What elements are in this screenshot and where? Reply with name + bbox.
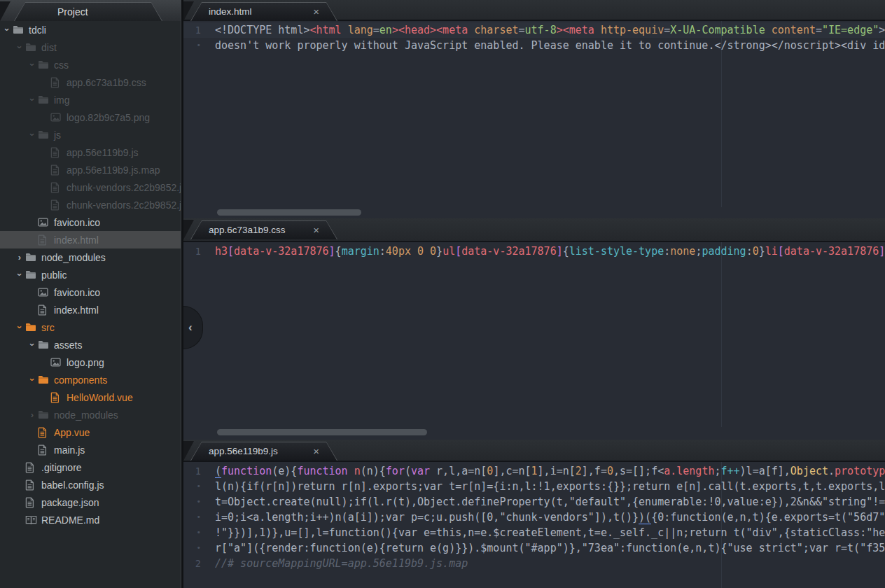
- code-token: t=Object.create(null);if(l.r(t),Object.d…: [215, 496, 885, 508]
- close-icon[interactable]: ×: [313, 6, 319, 17]
- tree-item-favicon.ico[interactable]: favicon.ico: [0, 284, 181, 301]
- code-token: [: [778, 245, 784, 258]
- code-token: =: [373, 24, 379, 36]
- code-line[interactable]: 2//# sourceMappingURL=app.56e119b9.js.ma…: [183, 556, 885, 571]
- code-editor-app-css[interactable]: 1h3[data-v-32a17876]{margin:40px 0 0}ul[…: [183, 242, 885, 427]
- tabbar-app-js: app.56e119b9.js ×: [183, 440, 885, 462]
- tree-item-label: favicon.ico: [54, 217, 100, 228]
- chevron-down-icon[interactable]: ›: [15, 42, 25, 53]
- tree-item-app.56e119b9.js[interactable]: app.56e119b9.js: [0, 144, 181, 161]
- h-scrollbar-thumb[interactable]: [217, 429, 427, 435]
- code-line-text: <!DOCTYPE html><html lang=en><head><meta…: [215, 22, 885, 38]
- tree-item-js[interactable]: ›js: [0, 126, 181, 144]
- tree-item-src[interactable]: ›src: [0, 318, 181, 336]
- doc-icon: [38, 304, 50, 316]
- code-line[interactable]: 1(function(e){function n(n){for(var r,l,…: [183, 463, 885, 479]
- tree-item-main.js[interactable]: main.js: [0, 441, 181, 458]
- code-token: content: [765, 24, 816, 36]
- tree-item-README.md[interactable]: README.md: [0, 511, 181, 528]
- code-line-text: (function(e){function n(n){for(var r,l,a…: [215, 463, 885, 479]
- code-token: padding: [702, 245, 746, 258]
- code-line[interactable]: 1<!DOCTYPE html><html lang=en><head><met…: [183, 22, 885, 38]
- project-tab-label: Project: [57, 6, 88, 18]
- tree-item-css[interactable]: ›css: [0, 56, 181, 74]
- tree-item-index.html[interactable]: index.html: [0, 301, 181, 318]
- tree-item-.gitignore[interactable]: .gitignore: [0, 458, 181, 476]
- tree-item-logo.82b9c7a5.png[interactable]: logo.82b9c7a5.png: [0, 108, 181, 126]
- h-scrollbar-track[interactable]: [183, 427, 885, 440]
- tree-item-assets[interactable]: ›assets: [0, 336, 181, 354]
- tree-item-dist[interactable]: ›dist: [0, 38, 181, 56]
- editor-area: ‹ index.html × 1<!DOCTYPE html><html lan…: [183, 0, 885, 588]
- tree-item-app.56e119b9.js.map[interactable]: app.56e119b9.js.map: [0, 161, 181, 178]
- code-line[interactable]: 1h3[data-v-32a17876]{margin:40px 0 0}ul[…: [183, 244, 885, 259]
- editor-pane-app-css: app.6c73a1b9.css × 1h3[data-v-32a17876]{…: [183, 218, 885, 440]
- chevron-right-icon[interactable]: ›: [27, 410, 38, 420]
- tree-item-label: README.md: [41, 514, 99, 526]
- code-line[interactable]: •!"}})],1)},u=[],l=function(){var e=this…: [183, 525, 885, 540]
- tree-item-img[interactable]: ›img: [0, 91, 181, 108]
- chevron-down-icon[interactable]: ›: [15, 322, 25, 333]
- code-token: (n){: [361, 465, 386, 477]
- doc-icon: [38, 444, 50, 456]
- chevron-right-icon[interactable]: ›: [14, 252, 25, 262]
- code-editor-app-js[interactable]: 1(function(e){function n(n){for(var r,l,…: [183, 462, 885, 588]
- chevron-down-icon[interactable]: ›: [27, 130, 38, 141]
- chevron-down-icon[interactable]: ›: [27, 374, 38, 386]
- tree-item-babel.config.js[interactable]: babel.config.js: [0, 476, 181, 493]
- close-icon[interactable]: ×: [313, 225, 319, 235]
- image-icon: [38, 218, 50, 227]
- h-scrollbar-track[interactable]: [183, 207, 885, 218]
- code-line-text: i=0;i<a.length;i++)n(a[i]);var p=c;u.pus…: [215, 510, 885, 525]
- wrap-marker: •: [183, 525, 215, 540]
- code-token: <!DOCTYPE html>: [215, 24, 309, 36]
- tree-item-components[interactable]: ›components: [0, 371, 181, 388]
- code-line[interactable]: •r["a"]({render:function(e){return e(g)}…: [183, 540, 885, 556]
- project-tab[interactable]: Project: [14, 2, 162, 21]
- tree-item-logo.png[interactable]: logo.png: [0, 354, 181, 371]
- tree-item-node_modules[interactable]: ›node_modules: [0, 406, 181, 424]
- doc-icon: [50, 164, 62, 176]
- close-icon[interactable]: ×: [313, 446, 319, 456]
- chevron-down-icon[interactable]: ›: [2, 24, 13, 36]
- chevron-down-icon[interactable]: ›: [27, 94, 38, 106]
- project-tabbar: Project: [0, 0, 181, 21]
- tab-app-css[interactable]: app.6c73a1b9.css ×: [190, 220, 337, 239]
- tree-item-favicon.ico[interactable]: favicon.ico: [0, 214, 181, 231]
- chevron-down-icon[interactable]: ›: [27, 59, 38, 71]
- code-line[interactable]: •l(n){if(r[n])return r[n].exports;var t=…: [183, 479, 885, 494]
- code-token: for: [386, 465, 405, 477]
- tree-item-tdcli[interactable]: ›tdcli: [0, 21, 181, 38]
- tree-item-chunk-vendors.2c2b9852.js.map[interactable]: chunk-vendors.2c2b9852.js.map: [0, 196, 181, 214]
- code-token: [411, 245, 417, 258]
- tree-item-App.vue[interactable]: App.vue: [0, 424, 181, 441]
- doc-icon: [38, 427, 50, 438]
- code-line[interactable]: •t=Object.create(null);if(l.r(t),Object.…: [183, 494, 885, 510]
- code-line-text: t=Object.create(null);if(l.r(t),Object.d…: [215, 494, 885, 510]
- tab-app-js[interactable]: app.56e119b9.js ×: [190, 442, 337, 461]
- code-line[interactable]: •i=0;i<a.length;i++)n(a[i]);var p=c;u.pu…: [183, 510, 885, 525]
- code-token: }: [759, 245, 765, 258]
- tree-item-chunk-vendors.2c2b9852.js[interactable]: chunk-vendors.2c2b9852.js: [0, 178, 181, 196]
- book-icon: [25, 515, 37, 525]
- tree-item-package.json[interactable]: package.json: [0, 493, 181, 511]
- tree-item-public[interactable]: ›public: [0, 266, 181, 284]
- code-line-text: r["a"]({render:function(e){return e(g)}}…: [215, 540, 885, 556]
- h-scrollbar-thumb[interactable]: [217, 209, 361, 216]
- chevron-down-icon[interactable]: ›: [15, 270, 25, 281]
- code-token: ]: [879, 245, 885, 258]
- tree-item-node_modules[interactable]: ›node_modules: [0, 248, 181, 266]
- code-token: ],c=n[: [493, 465, 531, 477]
- tree-item-index.html[interactable]: index.html: [0, 231, 181, 248]
- folder-icon: [13, 25, 25, 34]
- code-token: :: [664, 245, 670, 258]
- chevron-down-icon[interactable]: ›: [27, 340, 38, 351]
- file-tree[interactable]: ›tdcli›dist›cssapp.6c73a1b9.css›imglogo.…: [0, 21, 181, 588]
- tree-item-label: logo.82b9c7a5.png: [67, 112, 150, 123]
- code-editor-index-html[interactable]: 1<!DOCTYPE html><html lang=en><head><met…: [183, 21, 885, 207]
- code-token: [: [455, 245, 461, 258]
- tree-item-app.6c73a1b9.css[interactable]: app.6c73a1b9.css: [0, 74, 181, 91]
- tree-item-HelloWorld.vue[interactable]: HelloWorld.vue: [0, 388, 181, 406]
- tab-index-html[interactable]: index.html ×: [190, 2, 337, 21]
- code-line[interactable]: •doesn't work properly without JavaScrip…: [183, 38, 885, 53]
